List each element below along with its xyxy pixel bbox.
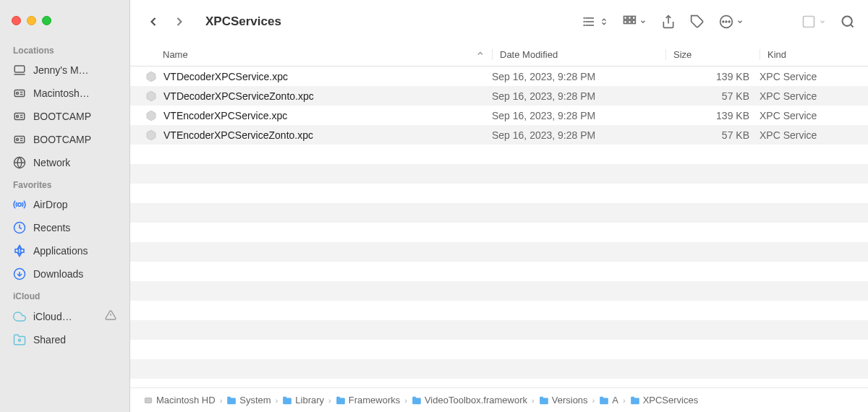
minimize-button[interactable] xyxy=(27,16,36,25)
sidebar-item-recents[interactable]: Recents xyxy=(0,216,129,239)
path-separator: › xyxy=(328,396,331,405)
path-label: Library xyxy=(295,395,324,405)
file-list[interactable]: VTDecoderXPCService.xpc Sep 16, 2023, 9:… xyxy=(130,66,868,387)
back-button[interactable] xyxy=(143,12,163,32)
svg-point-16 xyxy=(18,203,22,207)
file-date: Sep 16, 2023, 9:28 PM xyxy=(492,110,665,121)
file-kind: XPC Service xyxy=(760,129,868,141)
column-size[interactable]: Size xyxy=(665,49,760,60)
list-view-button[interactable] xyxy=(583,14,608,29)
sidebar-item-downloads[interactable]: Downloads xyxy=(0,262,129,286)
sidebar-item-airdrop[interactable]: AirDrop xyxy=(0,193,129,216)
empty-row xyxy=(130,164,868,184)
empty-row xyxy=(130,359,868,379)
file-date: Sep 16, 2023, 9:28 PM xyxy=(492,90,665,102)
main-content: XPCServices xyxy=(130,0,868,412)
empty-row xyxy=(130,301,868,320)
folder-icon xyxy=(336,395,346,405)
folder-icon xyxy=(630,395,640,405)
path-segment[interactable]: Versions xyxy=(539,395,588,405)
file-size: 57 KB xyxy=(665,90,760,102)
maximize-button[interactable] xyxy=(42,16,51,25)
file-date: Sep 16, 2023, 9:28 PM xyxy=(492,129,665,141)
search-button[interactable] xyxy=(841,14,855,29)
file-row[interactable]: VTDecoderXPCServiceZonto.xpc Sep 16, 202… xyxy=(130,86,868,106)
svg-point-42 xyxy=(843,17,852,26)
sidebar-item-bootcamp[interactable]: BOOTCAMP xyxy=(0,105,129,128)
file-kind: XPC Service xyxy=(760,110,868,121)
window-controls xyxy=(0,7,129,40)
svg-point-27 xyxy=(584,22,584,22)
column-kind[interactable]: Kind xyxy=(760,49,868,60)
empty-row xyxy=(130,320,868,340)
path-label: A xyxy=(612,395,618,405)
file-kind: XPC Service xyxy=(760,71,868,82)
sidebar-item-macintosh-[interactable]: Macintosh… xyxy=(0,82,129,105)
file-row[interactable]: VTEncoderXPCServiceZonto.xpc Sep 16, 202… xyxy=(130,125,868,145)
file-name: VTEncoderXPCService.xpc xyxy=(163,110,287,121)
path-segment[interactable]: Macintosh HD xyxy=(143,395,216,405)
file-size: 139 KB xyxy=(665,71,760,82)
file-kind: XPC Service xyxy=(760,90,868,102)
sidebar-item-label: Recents xyxy=(33,222,116,233)
sidebar: LocationsJenny's M…Macintosh…BOOTCAMPBOO… xyxy=(0,0,130,412)
file-name: VTDecoderXPCService.xpc xyxy=(163,71,288,82)
folder-icon xyxy=(412,395,422,405)
sidebar-item-applications[interactable]: Applications xyxy=(0,239,129,262)
path-separator: › xyxy=(276,396,278,405)
disk-icon xyxy=(143,395,153,405)
path-separator: › xyxy=(623,396,626,405)
file-row[interactable]: VTEncoderXPCService.xpc Sep 16, 2023, 9:… xyxy=(130,106,868,125)
sidebar-item-label: Applications xyxy=(33,245,116,257)
empty-row xyxy=(130,184,868,203)
disk-icon xyxy=(13,87,26,100)
forward-button[interactable] xyxy=(169,12,190,32)
action-menu-button[interactable] xyxy=(719,14,744,29)
path-bar: Macintosh HD›System›Library›Frameworks›V… xyxy=(130,387,868,412)
group-button[interactable] xyxy=(622,14,647,29)
empty-row xyxy=(130,340,868,359)
path-segment[interactable]: Library xyxy=(282,395,324,405)
file-name: VTDecoderXPCServiceZonto.xpc xyxy=(163,90,314,102)
path-segment[interactable]: VideoToolbox.framework xyxy=(412,395,527,405)
shared-icon xyxy=(13,333,26,346)
sidebar-item-label: Jenny's M… xyxy=(33,64,116,76)
file-size: 57 KB xyxy=(665,129,760,141)
file-name: VTEncoderXPCServiceZonto.xpc xyxy=(163,129,313,141)
preview-toggle[interactable] xyxy=(801,14,826,29)
path-segment[interactable]: A xyxy=(599,395,618,405)
sidebar-item-network[interactable]: Network xyxy=(0,151,129,174)
file-size: 139 KB xyxy=(665,110,760,121)
path-segment[interactable]: XPCServices xyxy=(630,395,699,405)
sidebar-item-shared[interactable]: Shared xyxy=(0,328,129,351)
tag-button[interactable] xyxy=(690,14,705,29)
svg-line-43 xyxy=(851,25,854,27)
xpc-icon xyxy=(145,109,158,122)
sidebar-item-label: Downloads xyxy=(33,268,116,280)
sidebar-item-icloud-[interactable]: iCloud… xyxy=(0,304,129,328)
share-button[interactable] xyxy=(661,14,676,29)
column-date[interactable]: Date Modified xyxy=(492,49,665,60)
close-button[interactable] xyxy=(12,16,21,25)
disk-icon xyxy=(13,110,26,123)
path-label: Frameworks xyxy=(349,395,401,405)
column-name[interactable]: Name xyxy=(130,49,492,60)
path-separator: › xyxy=(592,396,595,405)
path-segment[interactable]: Frameworks xyxy=(336,395,401,405)
svg-point-28 xyxy=(584,25,584,26)
sidebar-item-bootcamp[interactable]: BOOTCAMP xyxy=(0,128,129,151)
svg-rect-0 xyxy=(14,66,25,72)
empty-row xyxy=(130,242,868,262)
sidebar-item-jenny-s-m-[interactable]: Jenny's M… xyxy=(0,59,129,82)
warning-icon xyxy=(105,309,116,323)
globe-icon xyxy=(13,156,26,169)
xpc-icon xyxy=(145,129,158,142)
svg-rect-34 xyxy=(632,20,635,23)
path-segment[interactable]: System xyxy=(226,395,271,405)
sidebar-item-label: iCloud… xyxy=(33,311,98,322)
file-row[interactable]: VTDecoderXPCService.xpc Sep 16, 2023, 9:… xyxy=(130,66,868,86)
svg-point-7 xyxy=(17,116,19,118)
path-separator: › xyxy=(220,396,223,405)
path-label: XPCServices xyxy=(643,395,699,405)
empty-row xyxy=(130,262,868,281)
